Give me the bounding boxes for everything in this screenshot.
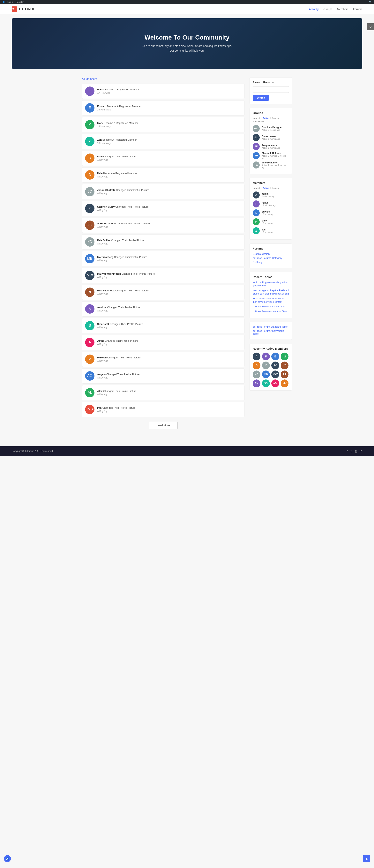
- group-avatar: PR: [253, 143, 260, 150]
- groups-filter-active[interactable]: Active: [263, 117, 269, 119]
- recently-active-title: Recently Active Members: [253, 347, 289, 350]
- member-item: M Mark 18 hours ago: [253, 218, 289, 225]
- recent-member-avatar[interactable]: RF: [281, 371, 288, 378]
- search-input-wrap: [253, 86, 289, 93]
- extra-forum-link-1[interactable]: bbPress Forum Anonymous Topic: [253, 330, 289, 335]
- groups-widget-title: Groups: [253, 111, 289, 115]
- recent-member-avatar[interactable]: SC: [271, 362, 279, 369]
- linkedin-link[interactable]: in: [360, 450, 362, 453]
- member-time: 17 minutes ago: [261, 204, 276, 207]
- activity-name: MaliVai Washington Changed Their Profile…: [97, 272, 241, 275]
- group-info: Programmers Active 1 month ago: [261, 144, 280, 149]
- site-header: T TUTORUE Activity Groups Members Forums: [0, 4, 374, 14]
- login-link[interactable]: Log In: [7, 1, 13, 3]
- group-name[interactable]: Game Lovers: [261, 135, 280, 138]
- activity-time: A Day Ago: [97, 309, 241, 312]
- group-name[interactable]: Sherlock Holmes: [261, 152, 289, 155]
- load-more-button[interactable]: Load More: [149, 422, 178, 429]
- activity-name: Angela Changed Their Profile Picture: [97, 373, 241, 376]
- activity-info: MaliVai Washington Changed Their Profile…: [97, 272, 241, 279]
- nav-forums[interactable]: Forums: [353, 8, 362, 11]
- recent-member-avatar[interactable]: KD: [253, 371, 260, 378]
- instagram-link[interactable]: ◎: [354, 450, 357, 453]
- recent-member-avatar[interactable]: MK: [281, 379, 288, 387]
- recent-member-avatar[interactable]: A: [253, 352, 260, 360]
- groups-filter-alpha[interactable]: Alphabetical: [253, 120, 264, 123]
- activity-time: A Day Ago: [97, 393, 241, 396]
- hero-title: Welcome To Our Community: [15, 34, 359, 41]
- activity-name: Mark Became A Registered Member: [97, 122, 241, 124]
- activity-time: A Day Ago: [97, 343, 241, 346]
- activity-item: MW MaliVai Washington Changed Their Prof…: [82, 268, 245, 283]
- member-info: admin 2 minutes ago: [261, 192, 275, 197]
- group-name[interactable]: Graphics Designer: [261, 126, 282, 129]
- logo-icon: T: [12, 6, 17, 12]
- admin-search-icon[interactable]: 🔍: [369, 1, 372, 3]
- group-name[interactable]: Programmers: [261, 144, 280, 147]
- member-name[interactable]: admin: [261, 192, 275, 195]
- groups-filter-newest[interactable]: Newest: [253, 117, 260, 119]
- logo[interactable]: T TUTORUE: [12, 6, 35, 12]
- member-info: zen 19 hours ago: [261, 228, 274, 234]
- members-widget-title: Members: [253, 181, 289, 184]
- group-name[interactable]: The Godfather: [261, 161, 289, 164]
- avatar: Z: [85, 137, 94, 146]
- members-filter-active[interactable]: Active: [263, 187, 269, 189]
- facebook-link[interactable]: f: [347, 450, 347, 453]
- member-name[interactable]: Edward: [261, 210, 274, 213]
- admin-bar-left: 🔷 Log In Register: [2, 1, 24, 3]
- activity-item: SC Stephen Curry Changed Their Profile P…: [82, 201, 245, 216]
- topic-link-4[interactable]: bbPress Forum Anonymous Topic: [253, 310, 289, 313]
- recent-member-avatar[interactable]: SS: [262, 379, 270, 387]
- member-info: Edward 16 hours ago: [261, 210, 274, 215]
- nav-members[interactable]: Members: [337, 8, 348, 11]
- topic-link-0[interactable]: Which writing company is good to get job…: [253, 281, 289, 287]
- avatar: KD: [85, 237, 94, 247]
- register-link[interactable]: Register: [16, 1, 24, 3]
- recent-member-avatar[interactable]: M: [281, 352, 288, 360]
- settings-button[interactable]: ⚙: [367, 23, 374, 30]
- group-avatar: TG: [253, 161, 260, 168]
- topic-link-2[interactable]: What makes animations better than any ot…: [253, 297, 289, 304]
- member-time: 19 hours ago: [261, 231, 274, 234]
- forum-search-button[interactable]: Search: [253, 95, 269, 101]
- activity-item: D Dale Became A Registered Member A Day …: [82, 167, 245, 183]
- topic-link-3[interactable]: bbPress Forum Standard Topic: [253, 305, 289, 308]
- forum-search-input[interactable]: [253, 86, 289, 93]
- activity-info: Smartsoft Changed Their Profile Picture …: [97, 322, 241, 329]
- recent-member-avatar[interactable]: MW: [271, 371, 279, 378]
- member-name[interactable]: Mark: [261, 219, 274, 222]
- all-members-link[interactable]: All Members: [82, 78, 245, 81]
- activity-name: Mukesh Changed Their Profile Picture: [97, 356, 241, 359]
- nav-activity[interactable]: Activity: [309, 8, 319, 11]
- forum-link-1[interactable]: bbPress Forums Category: [253, 256, 289, 259]
- member-name[interactable]: zen: [261, 228, 274, 231]
- recent-member-avatar[interactable]: VD: [281, 362, 288, 369]
- activity-time: A Day Ago: [97, 410, 241, 412]
- forum-link-0[interactable]: Graphic design: [253, 252, 289, 255]
- members-filter-popular[interactable]: Popular: [272, 187, 279, 189]
- group-time: Active 2 weeks ago: [261, 129, 282, 131]
- recent-member-avatar[interactable]: D: [253, 362, 260, 369]
- group-time: Active 2 months, 2 weeks ago: [261, 155, 289, 159]
- recent-member-avatar[interactable]: AN: [253, 379, 260, 387]
- twitter-link[interactable]: 𝕥: [350, 450, 352, 453]
- recent-member-avatar[interactable]: F: [262, 352, 270, 360]
- group-time: Active 2 months, 2 weeks ago: [261, 164, 289, 169]
- forum-link-2[interactable]: Clothing: [253, 260, 289, 264]
- nav-groups[interactable]: Groups: [323, 8, 332, 11]
- hero-sub2: Our community will help you.: [15, 49, 359, 53]
- recent-member-avatar[interactable]: E: [271, 352, 279, 360]
- recent-member-avatar[interactable]: JC: [262, 362, 270, 369]
- activity-time: 16 Hours Ago: [97, 108, 241, 111]
- member-item: E Edward 16 hours ago: [253, 209, 289, 216]
- topic-link-1[interactable]: How our agency help the Pakistani Studen…: [253, 289, 289, 296]
- extra-forum-link-0[interactable]: bbPress Forum Standard Topic: [253, 325, 289, 328]
- logo-text: TUTORUE: [18, 7, 35, 11]
- groups-filter-popular[interactable]: Popular: [272, 117, 279, 119]
- recent-member-avatar[interactable]: AM: [271, 379, 279, 387]
- members-filter-newest[interactable]: Newest: [253, 187, 260, 189]
- member-name[interactable]: Farah: [261, 202, 276, 204]
- recent-member-avatar[interactable]: MB: [262, 371, 270, 378]
- avatar: AL: [85, 388, 94, 397]
